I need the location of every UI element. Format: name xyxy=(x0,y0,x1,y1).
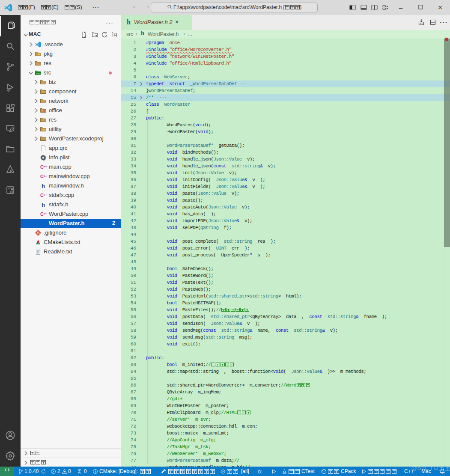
svg-text:h: h xyxy=(42,202,45,208)
svg-text:++: ++ xyxy=(44,165,47,168)
svg-text:h: h xyxy=(42,183,45,189)
svg-text:++: ++ xyxy=(44,175,47,178)
svg-text:++: ++ xyxy=(44,193,47,196)
svg-text:++: ++ xyxy=(44,212,47,215)
